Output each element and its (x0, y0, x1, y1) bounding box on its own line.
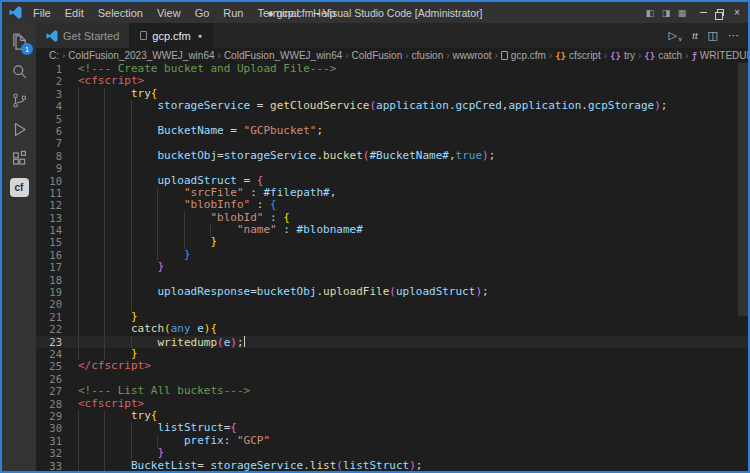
breadcrumb-item-wwwroot[interactable]: wwwroot (453, 50, 492, 61)
line-number: 12 (36, 199, 78, 211)
code-line-13[interactable]: 13"blobId" : { (36, 212, 748, 224)
more-actions-icon[interactable]: ⋯ (728, 29, 739, 42)
code-line-33[interactable]: 33BucketList= storageService.list(listSt… (36, 460, 748, 472)
breadcrumb-item-cfusion[interactable]: cfusion (412, 50, 444, 61)
code-line-11[interactable]: 11"srcFile" : #filepath#, (36, 187, 748, 199)
menu-terminal[interactable]: Terminal (251, 2, 307, 23)
code-lines: 1<!--- Create bucket and Upload File--->… (36, 63, 748, 471)
activitybar-run-and-debug[interactable] (7, 117, 31, 141)
breadcrumb-item-catch[interactable]: {}catch (644, 50, 682, 61)
run-coldfusion-icon[interactable]: ▷∨ (668, 29, 682, 42)
restore-icon (717, 9, 724, 16)
breadcrumb-item-cfscript[interactable]: {}cfscript (555, 50, 601, 61)
code-line-12[interactable]: 12"blobInfo" : { (36, 199, 748, 211)
code-editor[interactable]: 1<!--- Create bucket and Upload File--->… (36, 63, 748, 471)
indent-guide (184, 224, 210, 236)
breadcrumb-item-coldfusion[interactable]: ColdFusion (352, 50, 403, 61)
line-number: 17 (36, 261, 78, 273)
scrollbar-thumb[interactable] (738, 63, 748, 316)
indent-guide (104, 199, 130, 211)
code-line-22[interactable]: 22catch(any e){ (36, 323, 748, 335)
code-line-8[interactable]: 8bucketObj=storageService.bucket(#Bucket… (36, 150, 748, 162)
code-line-19[interactable]: 19uploadResponse=bucketObj.uploadFile(up… (36, 286, 748, 298)
breadcrumb-label: cfusion (412, 50, 444, 61)
indent-guide (78, 88, 104, 100)
vscode-window: FileEditSelectionViewGoRunTerminalHelp ●… (0, 0, 750, 473)
indent-guide (104, 249, 130, 261)
breadcrumb-label: WRITEDUMP (700, 50, 748, 61)
code-text: BucketName = "GCPbucket"; (78, 125, 323, 137)
breadcrumb-item-coldfusion-wwej-win64[interactable]: ColdFusion_WWEJ_win64 (224, 50, 342, 61)
breadcrumb-separator: › (345, 50, 348, 61)
tt-icon[interactable]: tt (692, 30, 697, 41)
code-line-30[interactable]: 30listStruct={ (36, 422, 748, 434)
tab-get-started[interactable]: Get Started (36, 23, 130, 48)
code-line-6[interactable]: 6BucketName = "GCPbucket"; (36, 125, 748, 137)
line-number: 11 (36, 187, 78, 199)
code-line-4[interactable]: 4storageService = getCloudService(applic… (36, 100, 748, 112)
indent-guide (104, 447, 130, 459)
close-button[interactable]: × (730, 2, 744, 23)
menu-help[interactable]: Help (306, 2, 343, 23)
indent-guide (131, 113, 157, 125)
indent-guide (131, 286, 157, 298)
activitybar-search[interactable] (7, 59, 31, 83)
menu-selection[interactable]: Selection (91, 2, 150, 23)
breadcrumb-item-gcp-cfm[interactable]: gcp.cfm (501, 50, 546, 61)
scrollbar[interactable] (738, 63, 748, 471)
menu-view[interactable]: View (150, 2, 188, 23)
code-line-20[interactable]: 20 (36, 298, 748, 310)
customize-layout-icon[interactable]: ▦ (674, 8, 690, 18)
breadcrumb-label: ColdFusion_WWEJ_win64 (224, 50, 342, 61)
code-line-31[interactable]: 31prefix: "GCP" (36, 435, 748, 447)
breadcrumb-item-writedump[interactable]: ƒWRITEDUMP (691, 50, 748, 61)
source-control-icon (10, 91, 29, 110)
tab-bar: Get Startedgcp.cfm● ▷∨tt◫⋯ (36, 23, 748, 48)
activitybar-extensions[interactable] (7, 146, 31, 170)
code-line-17[interactable]: 17} (36, 261, 748, 273)
indent-guide (104, 336, 130, 348)
code-line-14[interactable]: 14"name" : #blobname# (36, 224, 748, 236)
indent-guide (78, 249, 104, 261)
tab-gcp-cfm[interactable]: gcp.cfm● (130, 23, 213, 48)
activitybar-source-control[interactable] (7, 88, 31, 112)
indent-guide (131, 162, 157, 174)
indent-guide (78, 187, 104, 199)
code-text: bucketObj=storageService.bucket(#BucketN… (78, 150, 495, 162)
code-line-5[interactable]: 5 (36, 113, 748, 125)
indent-guide (131, 100, 157, 112)
code-text: "name" : #blobname# (78, 224, 363, 236)
code-line-15[interactable]: 15} (36, 236, 748, 248)
activitybar-coldfusion[interactable]: cf (7, 175, 31, 199)
code-line-25[interactable]: 25</cfscript> (36, 360, 748, 372)
menu-run[interactable]: Run (216, 2, 250, 23)
indent-guide (78, 336, 104, 348)
indent-guide (78, 175, 104, 187)
menu-edit[interactable]: Edit (58, 2, 91, 23)
breadcrumb-separator: › (685, 50, 688, 61)
breadcrumb-item-c[interactable]: C: (49, 50, 59, 61)
minimize-button[interactable] (696, 2, 710, 23)
breadcrumbs: C:›ColdFusion_2023_WWEJ_win64›ColdFusion… (36, 48, 748, 63)
breadcrumb-item-try[interactable]: {}try (610, 50, 635, 61)
indent-guide (78, 100, 104, 112)
indent-guide (131, 236, 157, 248)
toggle-panel-icon[interactable]: ◨ (658, 8, 674, 18)
main-area: 1cf Get Startedgcp.cfm● ▷∨tt◫⋯ C:›ColdFu… (2, 23, 748, 471)
code-text (78, 298, 157, 310)
code-line-9[interactable]: 9 (36, 162, 748, 174)
breadcrumb-item-coldfusion-2023-wwej-win64[interactable]: ColdFusion_2023_WWEJ_win64 (68, 50, 214, 61)
split-editor-icon[interactable]: ◫ (708, 29, 718, 42)
code-line-16[interactable]: 16} (36, 249, 748, 261)
line-number: 30 (36, 422, 78, 434)
activitybar-explorer[interactable]: 1 (7, 30, 31, 54)
line-number: 2 (36, 75, 78, 87)
menu-go[interactable]: Go (188, 2, 217, 23)
menu-file[interactable]: File (26, 2, 58, 23)
code-line-23[interactable]: 23writedump(e); (36, 336, 748, 348)
breadcrumb-separator: › (446, 50, 449, 61)
restore-button[interactable] (713, 2, 727, 23)
code-line-29[interactable]: 29try{ (36, 410, 748, 422)
code-line-10[interactable]: 10uploadStruct = { (36, 175, 748, 187)
toggle-sidebar-icon[interactable]: ◧ (642, 8, 658, 18)
